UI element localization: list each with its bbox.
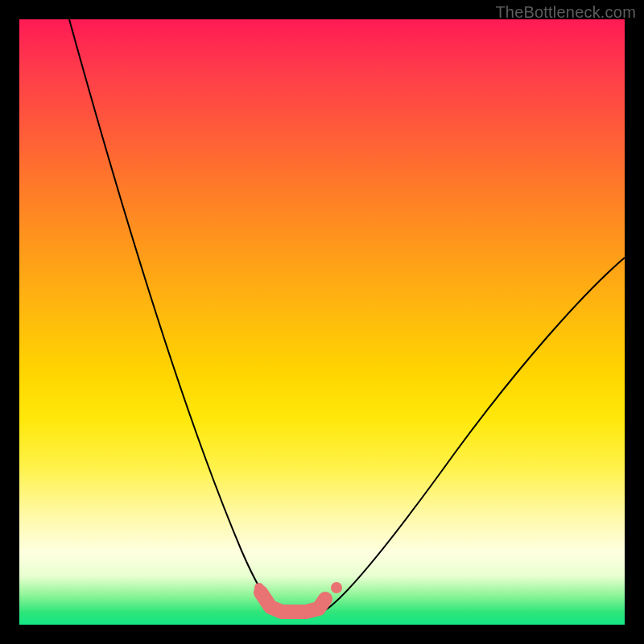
curve-left xyxy=(69,19,275,609)
chart-frame: TheBottleneck.com xyxy=(0,0,644,644)
watermark-text: TheBottleneck.com xyxy=(495,3,636,22)
valley-worm xyxy=(261,592,325,612)
plot-area xyxy=(19,19,625,625)
worm-dot-right xyxy=(331,582,342,593)
curve-right xyxy=(325,258,625,610)
curve-layer xyxy=(19,19,625,625)
worm-dot-left xyxy=(254,583,264,592)
